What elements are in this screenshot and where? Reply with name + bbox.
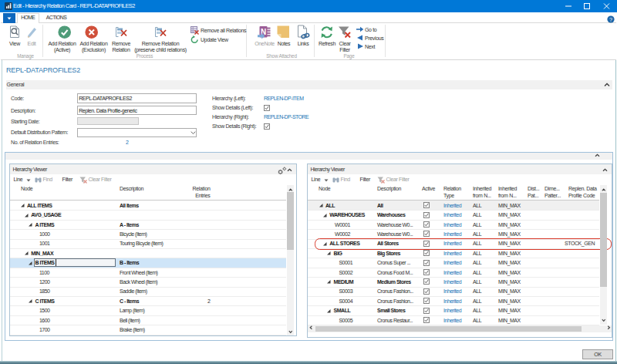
svg-text:?: ? xyxy=(609,16,612,23)
